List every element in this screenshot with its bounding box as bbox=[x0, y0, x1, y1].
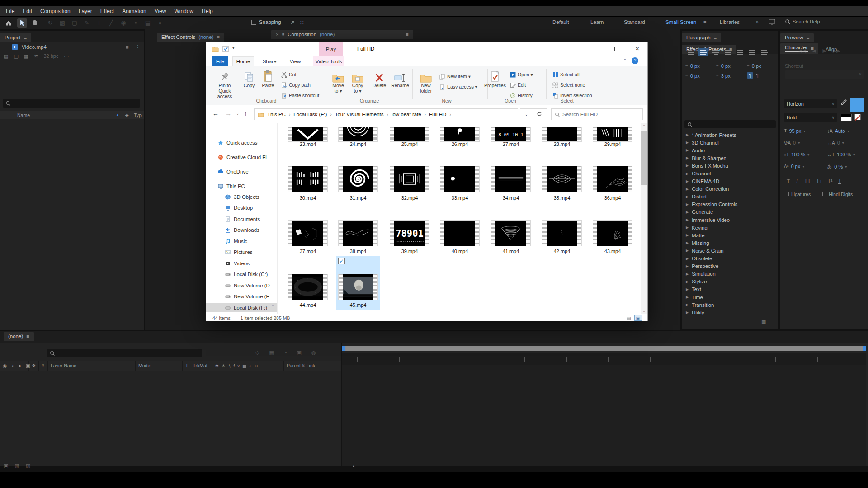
file-name[interactable]: 35.mp4 bbox=[540, 195, 584, 201]
timeline-col-number[interactable]: # bbox=[39, 361, 48, 371]
paragraph-align-c[interactable] bbox=[698, 48, 708, 56]
effects-category[interactable]: ▶Boris FX Mocha bbox=[682, 162, 778, 169]
stroke-white-swatch[interactable] bbox=[841, 117, 852, 121]
tab-composition[interactable]: ×■Composition(none)≡ bbox=[271, 30, 413, 39]
file-thumbnail[interactable] bbox=[440, 166, 479, 192]
workspace-learn[interactable]: Learn bbox=[590, 19, 604, 25]
file-name[interactable]: 44.mp4 bbox=[286, 302, 330, 308]
sidebar-item-music[interactable]: Music bbox=[206, 236, 277, 246]
file-name[interactable]: 30.mp4 bbox=[286, 195, 330, 201]
folder-icon[interactable]: ▢ bbox=[14, 53, 18, 59]
chevron-right-icon[interactable]: ▶ bbox=[686, 156, 689, 160]
sidebar-item-pictures[interactable]: Pictures bbox=[206, 248, 277, 257]
timeline-col-av-features[interactable]: ◉♪●▣ bbox=[0, 361, 29, 371]
file-name[interactable]: 38.mp4 bbox=[336, 249, 380, 254]
explorer-title-bar[interactable]: ▾ Play Full HD ✕ bbox=[206, 42, 647, 56]
chevron-right-icon[interactable]: ▶ bbox=[686, 241, 689, 245]
file-name[interactable]: 24.mp4 bbox=[336, 141, 380, 147]
file-selected-checkbox[interactable]: ✓ bbox=[338, 258, 345, 264]
file-thumbnail[interactable] bbox=[440, 221, 479, 246]
menu-effect[interactable]: Effect bbox=[96, 7, 118, 15]
chevron-right-icon[interactable]: ▶ bbox=[686, 225, 689, 230]
file-name[interactable]: 26.mp4 bbox=[438, 141, 482, 147]
timeline-col-layer-name[interactable]: Layer Name bbox=[48, 361, 136, 371]
paragraph-indent-right[interactable]: ≡ 0 px bbox=[685, 73, 713, 79]
effects-footer-icon[interactable]: ▦ bbox=[761, 319, 766, 325]
tab-timeline[interactable]: (none)≡ bbox=[4, 332, 34, 341]
close-icon[interactable]: × bbox=[276, 32, 279, 37]
sidebar-item-quick-access[interactable]: Quick access bbox=[206, 138, 277, 147]
paragraph-align-j4[interactable] bbox=[760, 48, 769, 56]
character-leading[interactable]: ↕AAuto▾ bbox=[827, 128, 866, 134]
file-thumbnail[interactable] bbox=[288, 274, 327, 300]
crumb-separator-icon[interactable]: › bbox=[425, 112, 426, 117]
tag-column-icon[interactable]: ❖ bbox=[125, 113, 129, 118]
workspace-small-screen[interactable]: Small Screen bbox=[665, 19, 696, 25]
sidebar-item-local-disk-f-[interactable]: Local Disk (F:) bbox=[206, 303, 277, 312]
ribbon-open-button[interactable]: Open ▾ bbox=[510, 71, 533, 78]
character-vertical-scale[interactable]: ↕T100 %▾ bbox=[784, 152, 825, 157]
crumb-2[interactable]: Tour Visual Elements bbox=[335, 112, 384, 117]
file-name[interactable]: 34.mp4 bbox=[489, 195, 533, 201]
file-thumbnail[interactable] bbox=[288, 127, 327, 141]
workspace-standard[interactable]: Standard bbox=[624, 19, 645, 25]
crumb-0[interactable]: This PC bbox=[267, 112, 286, 117]
paragraph-indent-left[interactable]: ≡ 0 px bbox=[685, 63, 713, 69]
file-name[interactable]: 45.mp4 bbox=[336, 302, 380, 308]
file-name[interactable]: 32.mp4 bbox=[387, 195, 432, 201]
close-button[interactable]: ✕ bbox=[627, 42, 647, 56]
chevron-right-icon[interactable]: ▶ bbox=[686, 179, 689, 183]
work-area-end-handle[interactable] bbox=[863, 346, 866, 351]
effects-category[interactable]: ▶Perspective bbox=[682, 263, 778, 270]
chevron-right-icon[interactable]: ▶ bbox=[686, 218, 689, 222]
character-horizontal-scale[interactable]: ↔T100 %▾ bbox=[827, 152, 866, 157]
grid-scrollbar[interactable]: ⌃ ⌄ bbox=[641, 123, 647, 314]
paragraph-menu-icon[interactable]: ≡ bbox=[714, 35, 717, 40]
effects-category[interactable]: ▶Text bbox=[682, 286, 778, 293]
effects-category[interactable]: ▶* Animation Presets bbox=[682, 131, 778, 139]
file-name[interactable]: 29.mp4 bbox=[590, 141, 635, 147]
up-button[interactable]: ↑ bbox=[244, 110, 247, 117]
character-font-style[interactable]: Bold∨ bbox=[784, 113, 837, 122]
project-row-video[interactable]: Video.mp4■⁘ bbox=[0, 42, 144, 51]
paragraph-direction-buttons[interactable]: ¶¶ bbox=[747, 72, 760, 79]
file-thumbnail[interactable] bbox=[390, 166, 429, 192]
character-tracking[interactable]: ↔A0▾ bbox=[827, 140, 866, 145]
timeline-col-label[interactable]: ❖ bbox=[29, 361, 39, 371]
timeline-view-icons[interactable]: ◇▦◔▣◍ bbox=[255, 350, 316, 356]
large-icons-view-icon[interactable]: ▣ bbox=[634, 315, 642, 321]
trash-icon[interactable]: ▭ bbox=[64, 53, 68, 59]
effects-category[interactable]: ▶Generate bbox=[682, 208, 778, 216]
qat-folder-icon[interactable] bbox=[212, 46, 219, 53]
file-thumbnail[interactable] bbox=[491, 221, 530, 246]
refresh-icon[interactable] bbox=[537, 111, 542, 117]
file-name[interactable]: 37.mp4 bbox=[286, 249, 330, 254]
tab-view[interactable]: View bbox=[286, 56, 305, 66]
scroll-down-icon[interactable]: ⌄ bbox=[641, 309, 647, 313]
crumb-separator-icon[interactable]: › bbox=[387, 112, 388, 117]
tool-icon-7[interactable]: ▪ bbox=[131, 18, 141, 28]
explorer-search-input[interactable]: Search Full HD bbox=[551, 108, 643, 120]
zoom-slider-dot[interactable]: • bbox=[353, 464, 354, 470]
crumb-separator-icon[interactable]: › bbox=[330, 112, 331, 117]
chevron-right-icon[interactable]: ▶ bbox=[686, 195, 689, 199]
effects-category[interactable]: ▶Time bbox=[682, 293, 778, 301]
file-name[interactable]: 40.mp4 bbox=[438, 249, 482, 254]
character-kerning[interactable]: V⁄A0▾ bbox=[784, 140, 825, 145]
proxy-icon[interactable]: ▦ bbox=[24, 53, 28, 59]
crumb-separator-icon[interactable]: › bbox=[449, 112, 451, 117]
effects-category[interactable]: ▶Keying bbox=[682, 224, 778, 231]
tool-icon-0[interactable]: ↻ bbox=[45, 18, 55, 28]
crumb-3[interactable]: low beat rate bbox=[392, 112, 421, 117]
sort-arrow-icon[interactable]: ▲ bbox=[116, 113, 119, 117]
tab-effect-controls[interactable]: Effect Controls(none)≡ bbox=[157, 33, 224, 42]
file-name[interactable]: 39.mp4 bbox=[387, 249, 432, 254]
chevron-right-icon[interactable]: ▶ bbox=[686, 164, 689, 168]
effects-category[interactable]: ▶3D Channel bbox=[682, 139, 778, 146]
qat-properties-icon[interactable] bbox=[222, 46, 230, 53]
file-thumbnail[interactable] bbox=[542, 127, 581, 141]
chevron-right-icon[interactable]: ▶ bbox=[686, 141, 689, 145]
tool-icon-6[interactable]: ◉ bbox=[118, 18, 128, 28]
file-name[interactable]: 33.mp4 bbox=[438, 195, 482, 201]
effects-category[interactable]: ▶Channel bbox=[682, 169, 778, 177]
